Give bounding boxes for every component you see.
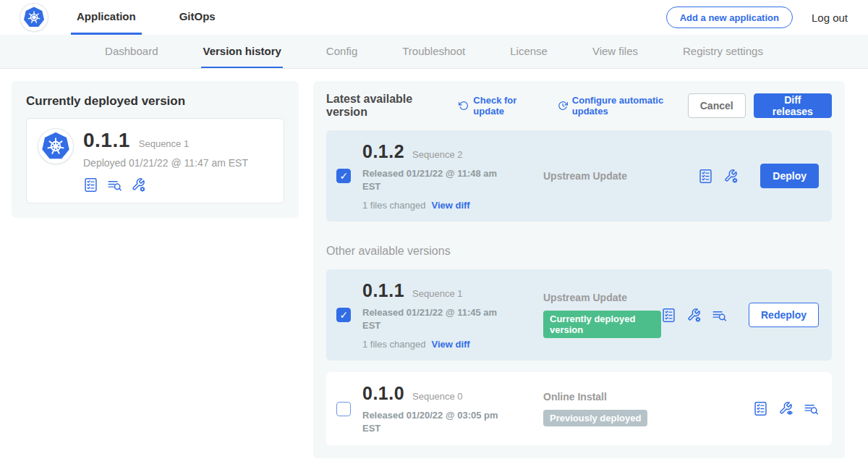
released-timestamp: Released 01/21/22 @ 11:48 am EST [362,167,507,193]
tab-license[interactable]: License [509,35,549,68]
config-icon[interactable] [723,169,739,184]
version-actions: Deploy [698,164,819,188]
version-checkbox[interactable] [336,402,351,416]
version-number: 0.1.0 [362,383,404,404]
currently-deployed-badge: Currently deployed version [543,311,661,338]
version-number: 0.1.2 [362,141,404,162]
top-nav: Application GitOps Add a new application… [0,0,868,35]
version-row-0-1-0: 0.1.0 Sequence 0 Released 01/20/22 @ 03:… [326,372,832,445]
version-actions: Redeploy [661,303,819,327]
released-timestamp: Released 01/20/22 @ 03:05 pm EST [362,409,507,434]
version-row-0-1-2: 0.1.2 Sequence 2 Released 01/21/22 @ 11:… [326,130,832,222]
version-source: Upstream Update [543,170,698,182]
view-files-icon[interactable] [804,401,819,416]
tab-dashboard[interactable]: Dashboard [103,35,159,68]
release-notes-icon[interactable] [698,169,713,184]
release-notes-icon[interactable] [753,401,768,416]
latest-version-title: Latest available version [326,93,443,119]
kubernetes-logo-icon [41,132,70,161]
deployed-sequence-label: Sequence 1 [139,138,189,149]
version-info: 0.1.0 Sequence 0 Released 01/20/22 @ 03:… [362,383,543,434]
deployed-version-info: 0.1.1 Sequence 1 Deployed 01/21/22 @ 11:… [83,129,248,193]
check-update-icon [459,100,469,111]
sequence-label: Sequence 0 [412,391,462,402]
tab-config[interactable]: Config [325,35,359,68]
currently-deployed-panel: Currently deployed version 0.1.1 Sequenc [12,81,299,218]
files-changed: 1 files changedView diff [362,200,543,211]
sequence-label: Sequence 1 [412,288,462,299]
main-content: Currently deployed version 0.1.1 Sequenc [0,69,868,458]
cancel-button[interactable]: Cancel [688,93,746,118]
version-checkbox[interactable] [336,308,351,322]
check-for-update-link[interactable]: Check for update [459,95,541,117]
tab-application[interactable]: Application [71,0,142,35]
configure-automatic-updates-link[interactable]: Configure automatic updates [558,95,688,117]
app-sub-nav: Dashboard Version history Config Trouble… [0,35,868,69]
version-history-panel: Latest available version Check for updat… [313,81,845,458]
version-number: 0.1.1 [362,280,404,301]
version-row-0-1-1: 0.1.1 Sequence 1 Released 01/21/22 @ 11:… [326,269,832,361]
version-info: 0.1.1 Sequence 1 Released 01/21/22 @ 11:… [362,280,543,350]
deployed-version-number: 0.1.1 [83,129,130,152]
deployed-timestamp: Deployed 01/21/22 @ 11:47 am EST [83,157,248,169]
view-files-icon[interactable] [107,177,122,193]
view-diff-link[interactable]: View diff [431,200,469,211]
version-info: 0.1.2 Sequence 2 Released 01/21/22 @ 11:… [362,141,543,211]
top-nav-right: Add a new application Log out [666,0,848,35]
tab-version-history[interactable]: Version history [201,35,282,68]
add-application-button[interactable]: Add a new application [666,7,793,28]
deploy-button[interactable]: Deploy [760,164,819,188]
auto-update-icon [558,100,568,111]
version-source: Upstream Update Currently deployed versi… [543,292,661,338]
other-versions-title: Other available versions [326,245,832,258]
version-actions [753,401,819,416]
tab-gitops[interactable]: GitOps [174,0,221,35]
version-checkbox[interactable] [336,169,351,183]
kubernetes-logo-icon [23,7,45,28]
config-icon[interactable] [131,177,146,193]
app-logo [20,4,48,31]
release-notes-icon[interactable] [661,308,676,323]
top-nav-tabs: Application GitOps [71,0,221,35]
logout-link[interactable]: Log out [812,12,848,24]
diff-releases-button[interactable]: Diff releases [754,93,832,118]
release-notes-icon[interactable] [83,177,98,193]
view-diff-link[interactable]: View diff [431,339,469,350]
sequence-label: Sequence 2 [412,149,462,160]
tab-registry-settings[interactable]: Registry settings [681,35,765,68]
released-timestamp: Released 01/21/22 @ 11:45 am EST [362,306,507,332]
tab-view-files[interactable]: View files [591,35,639,68]
tab-troubleshoot[interactable]: Troubleshoot [401,35,467,68]
deployed-app-logo [38,129,73,164]
version-source: Online Install Previously deployed [543,391,753,426]
deployed-version-card: 0.1.1 Sequence 1 Deployed 01/21/22 @ 11:… [26,118,284,203]
redeploy-button[interactable]: Redeploy [749,303,819,327]
files-changed: 1 files changedView diff [362,339,543,350]
deployed-actions [83,177,248,193]
view-files-icon[interactable] [712,308,727,323]
preflight-icon[interactable] [778,401,793,416]
previously-deployed-badge: Previously deployed [543,410,647,426]
currently-deployed-title: Currently deployed version [26,94,284,109]
latest-version-header: Latest available version Check for updat… [326,93,832,119]
config-icon[interactable] [686,308,702,323]
